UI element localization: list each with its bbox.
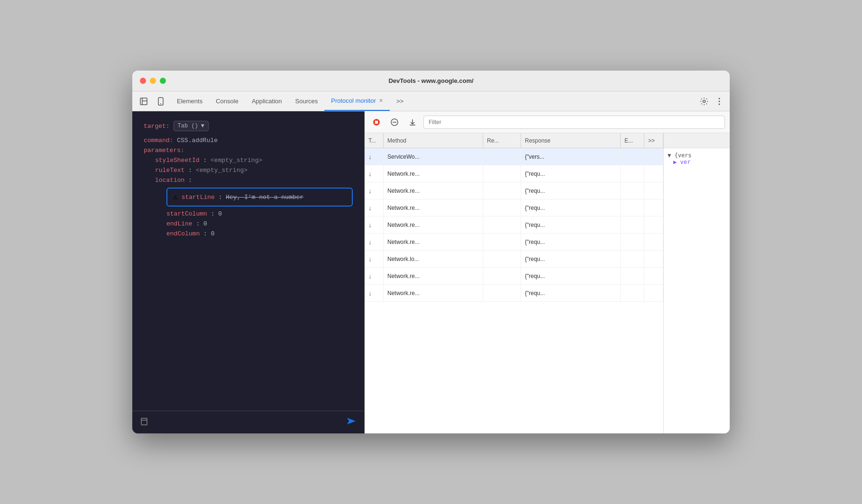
table-row[interactable]: ↓ Network.re... {"requ... — [365, 182, 663, 199]
sub-panel-content: ▼ {vers ▶ ver — [664, 148, 730, 433]
svg-point-8 — [719, 103, 720, 105]
table-row[interactable]: ↓ Network.lo... {"requ... — [365, 251, 663, 268]
row-response: {"vers... — [521, 148, 621, 165]
history-icon[interactable] — [140, 417, 148, 428]
sub-content-line1: ▼ {vers — [668, 152, 726, 159]
sub-panel-header — [664, 133, 730, 148]
table-row[interactable]: ↓ Network.re... {"requ... — [365, 234, 663, 251]
row-direction: ↓ — [365, 165, 384, 182]
row-more — [644, 199, 663, 216]
row-method: Network.lo... — [384, 251, 483, 267]
col-request[interactable]: Re... — [483, 133, 521, 148]
row-response: {"requ... — [521, 285, 621, 301]
target-row: target: Tab () ▼ — [144, 121, 353, 131]
target-label: target: — [144, 123, 170, 130]
row-extra — [621, 285, 644, 301]
row-direction: ↓ — [365, 268, 384, 284]
svg-rect-9 — [141, 418, 147, 425]
tab-protocol-monitor[interactable]: Protocol monitor ✕ — [324, 91, 390, 111]
tab-application[interactable]: Application — [245, 91, 289, 111]
row-extra — [621, 182, 644, 199]
table-body: ↓ ServiceWo... {"vers... ↓ Network.re...… — [365, 148, 663, 433]
sub-content-line2: ▶ ver — [668, 159, 726, 165]
param-location: location : — [144, 177, 353, 184]
row-direction: ↓ — [365, 251, 384, 267]
col-extra[interactable]: E... — [621, 133, 644, 148]
row-direction: ↓ — [365, 216, 384, 233]
svg-point-6 — [719, 98, 720, 99]
table-row[interactable]: ↓ Network.re... {"requ... — [365, 199, 663, 216]
settings-button[interactable] — [697, 95, 711, 108]
param-styleSheetId: styleSheetId : <empty_string> — [144, 157, 353, 164]
command-label: command: — [144, 137, 173, 144]
close-button[interactable] — [140, 78, 146, 84]
row-more — [644, 251, 663, 267]
param-endLine: endLine : 0 — [144, 220, 353, 227]
row-direction: ↓ — [365, 182, 384, 199]
tab-more[interactable]: >> — [390, 91, 410, 111]
parameters-row: parameters: — [144, 147, 353, 154]
row-request — [483, 199, 521, 216]
target-select[interactable]: Tab () ▼ — [174, 121, 209, 131]
filter-input[interactable] — [423, 116, 725, 129]
tab-console[interactable]: Console — [209, 91, 245, 111]
tab-close-icon[interactable]: ✕ — [379, 98, 383, 104]
warning-icon: ⚠️ — [173, 192, 178, 202]
table-row[interactable]: ↓ Network.re... {"requ... — [365, 268, 663, 285]
row-request — [483, 148, 521, 165]
left-panel: target: Tab () ▼ command: CSS.addRule pa… — [132, 111, 365, 433]
row-method: Network.re... — [384, 165, 483, 182]
inspect-icon[interactable] — [136, 94, 151, 109]
right-toolbar — [365, 111, 730, 133]
row-response: {"requ... — [521, 165, 621, 182]
table-row[interactable]: ↓ Network.re... {"requ... — [365, 216, 663, 234]
row-direction: ↓ — [365, 234, 384, 250]
sub-panel: ▼ {vers ▶ ver — [663, 133, 730, 433]
row-more — [644, 268, 663, 284]
row-request — [483, 234, 521, 250]
clear-button[interactable] — [387, 115, 402, 129]
row-response: {"requ... — [521, 268, 621, 284]
warning-row-startLine: ⚠️ startLine : Hey, I'm not a number — [166, 188, 353, 207]
stop-recording-button[interactable] — [369, 115, 384, 129]
row-extra — [621, 199, 644, 216]
row-extra — [621, 165, 644, 182]
row-extra — [621, 234, 644, 250]
row-response: {"requ... — [521, 251, 621, 267]
row-method: Network.re... — [384, 182, 483, 199]
row-extra — [621, 268, 644, 284]
table-row[interactable]: ↓ Network.re... {"requ... — [365, 165, 663, 182]
row-method: Network.re... — [384, 199, 483, 216]
left-footer — [132, 411, 364, 433]
minimize-button[interactable] — [150, 78, 156, 84]
send-button[interactable] — [346, 417, 357, 428]
devtools-window: DevTools - www.google.com/ Elements Cons… — [132, 71, 730, 433]
param-endColumn: endColumn : 0 — [144, 230, 353, 237]
col-more[interactable]: >> — [644, 133, 663, 148]
row-method: ServiceWo... — [384, 148, 483, 165]
col-method[interactable]: Method — [384, 133, 483, 148]
tabs-bar: Elements Console Application Sources Pro… — [132, 91, 730, 111]
device-toggle-icon[interactable] — [153, 94, 168, 109]
table-row[interactable]: ↓ ServiceWo... {"vers... — [365, 148, 663, 165]
svg-rect-0 — [140, 98, 147, 105]
tab-elements[interactable]: Elements — [170, 91, 209, 111]
row-direction: ↓ — [365, 148, 384, 165]
row-extra — [621, 216, 644, 233]
row-request — [483, 165, 521, 182]
svg-point-5 — [703, 100, 706, 102]
maximize-button[interactable] — [160, 78, 166, 84]
startLine-value: Hey, I'm not a number — [226, 194, 303, 201]
row-request — [483, 285, 521, 301]
row-response: {"requ... — [521, 216, 621, 233]
tab-sources[interactable]: Sources — [289, 91, 325, 111]
more-menu-button[interactable] — [713, 95, 726, 108]
table-header: T... Method Re... Response E... — [365, 133, 663, 148]
svg-marker-11 — [347, 418, 356, 424]
save-button[interactable] — [405, 115, 420, 129]
row-extra — [621, 148, 644, 165]
table-row[interactable]: ↓ Network.re... {"requ... — [365, 285, 663, 302]
row-method: Network.re... — [384, 234, 483, 250]
tabs-bar-right — [697, 95, 726, 108]
col-response[interactable]: Response — [521, 133, 621, 148]
